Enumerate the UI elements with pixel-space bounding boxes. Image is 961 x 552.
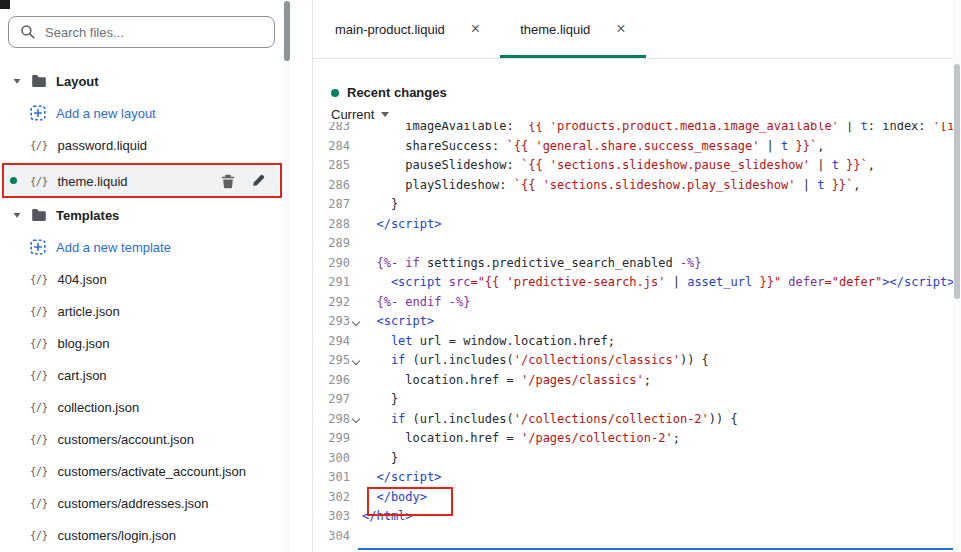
version-dropdown[interactable]: Current [331, 107, 389, 122]
code-line-286[interactable]: 286 playSlideshow: `{{ 'sections.slidesh… [313, 176, 953, 196]
editor-tabs: main-product.liquid×theme.liquid× [313, 0, 961, 59]
code-line-297[interactable]: 297 } [313, 390, 953, 410]
line-number: 297 [313, 390, 350, 410]
code-line-304[interactable]: 304 [313, 527, 953, 547]
folder-row-layout[interactable]: Layout [0, 65, 283, 97]
code-line-300[interactable]: 300 } [313, 449, 953, 469]
code-lines: 283 imageAvailable: `{{ 'products.produc… [313, 122, 953, 546]
file-name: customers/addresses.json [57, 496, 208, 511]
line-number: 286 [313, 176, 350, 196]
line-number: 300 [313, 449, 350, 469]
file-row-theme-liquid[interactable]: {/}theme.liquid [4, 165, 279, 197]
fold-spacer [350, 468, 362, 488]
editor-panel: main-product.liquid×theme.liquid× Recent… [312, 0, 961, 552]
caret-down-icon[interactable] [12, 210, 22, 220]
code-line-283[interactable]: 283 imageAvailable: `{{ 'products.produc… [313, 122, 953, 137]
folder-name: Templates [56, 208, 119, 223]
pencil-icon[interactable] [251, 174, 265, 188]
code-line-294[interactable]: 294 let url = window.location.href; [313, 332, 953, 352]
liquid-file-icon: {/} [30, 433, 47, 445]
add-file-icon [30, 105, 46, 121]
code-text: } [362, 390, 398, 410]
search-files-box[interactable] [8, 16, 275, 48]
code-text: <script src="{{ 'predictive-search.js' |… [362, 273, 953, 293]
code-line-296[interactable]: 296 location.href = '/pages/classics'; [313, 371, 953, 391]
file-row-customers-addresses-json[interactable]: {/}customers/addresses.json [0, 487, 283, 519]
editor-scrollbar[interactable] [953, 0, 961, 552]
line-number: 299 [313, 429, 350, 449]
code-line-293[interactable]: 293 <script> [313, 312, 953, 332]
code-text: </script> [362, 468, 441, 488]
file-row-customers-activate-account-json[interactable]: {/}customers/activate_account.json [0, 455, 283, 487]
file-row-customers-account-json[interactable]: {/}customers/account.json [0, 423, 283, 455]
code-line-288[interactable]: 288 </script> [313, 215, 953, 235]
fold-icon[interactable] [350, 351, 362, 371]
code-line-287[interactable]: 287 } [313, 195, 953, 215]
liquid-file-icon: {/} [30, 305, 47, 317]
tab-label: main-product.liquid [335, 22, 445, 37]
code-line-289[interactable]: 289 [313, 234, 953, 254]
fold-spacer [350, 332, 362, 352]
file-row-collection-json[interactable]: {/}collection.json [0, 391, 283, 423]
file-tree: LayoutAdd a new layout{/}password.liquid… [0, 65, 283, 551]
code-line-285[interactable]: 285 pauseSlideshow: `{{ 'sections.slides… [313, 156, 953, 176]
code-line-299[interactable]: 299 location.href = '/pages/collection-2… [313, 429, 953, 449]
file-sidebar: LayoutAdd a new layout{/}password.liquid… [0, 0, 291, 552]
file-name: cart.json [57, 368, 106, 383]
liquid-file-icon: {/} [30, 139, 47, 151]
line-number: 284 [313, 137, 350, 157]
sidebar-scrollbar-thumb[interactable] [284, 1, 290, 61]
code-line-290[interactable]: 290 {%- if settings.predictive_search_en… [313, 254, 953, 274]
tab-theme-liquid[interactable]: theme.liquid× [500, 0, 645, 58]
editor-scrollbar-thumb[interactable] [954, 64, 960, 299]
fold-spacer [350, 371, 362, 391]
liquid-file-icon: {/} [30, 465, 47, 477]
line-number: 288 [313, 215, 350, 235]
file-row-customers-login-json[interactable]: {/}customers/login.json [0, 519, 283, 551]
fold-icon[interactable] [350, 410, 362, 430]
code-line-302[interactable]: 302 </body> [313, 488, 953, 508]
close-icon[interactable]: × [616, 21, 625, 37]
line-number: 292 [313, 293, 350, 313]
code-line-298[interactable]: 298 if (url.includes('/collections/colle… [313, 410, 953, 430]
code-line-301[interactable]: 301 </script> [313, 468, 953, 488]
file-name: password.liquid [57, 138, 147, 153]
file-row-404-json[interactable]: {/}404.json [0, 263, 283, 295]
code-editor[interactable]: 283 imageAvailable: `{{ 'products.produc… [313, 122, 953, 552]
line-number: 294 [313, 332, 350, 352]
search-files-input[interactable] [45, 25, 263, 40]
code-text: <script> [362, 312, 434, 332]
file-row-password-liquid[interactable]: {/}password.liquid [0, 129, 283, 161]
fold-icon[interactable] [350, 312, 362, 332]
sidebar-scrollbar[interactable] [283, 0, 291, 552]
file-row-article-json[interactable]: {/}article.json [0, 295, 283, 327]
add-link-label: Add a new layout [56, 106, 156, 121]
window-corner-fragment [0, 0, 10, 9]
code-line-303[interactable]: 303</html> [313, 507, 953, 527]
recent-changes-header: Recent changes [331, 85, 447, 100]
caret-down-icon[interactable] [12, 76, 22, 86]
folder-icon [31, 74, 47, 88]
line-number: 289 [313, 234, 350, 254]
liquid-file-icon: {/} [30, 529, 47, 541]
code-line-292[interactable]: 292 {%- endif -%} [313, 293, 953, 313]
code-line-284[interactable]: 284 shareSuccess: `{{ 'general.share.suc… [313, 137, 953, 157]
file-row-cart-json[interactable]: {/}cart.json [0, 359, 283, 391]
folder-row-templates[interactable]: Templates [0, 199, 283, 231]
tab-main-product-liquid[interactable]: main-product.liquid× [315, 0, 500, 58]
file-row-blog-json[interactable]: {/}blog.json [0, 327, 283, 359]
code-line-295[interactable]: 295 if (url.includes('/collections/class… [313, 351, 953, 371]
fold-spacer [350, 156, 362, 176]
fold-spacer [350, 122, 362, 137]
close-icon[interactable]: × [471, 21, 480, 37]
code-text: playSlideshow: `{{ 'sections.slideshow.p… [362, 176, 861, 196]
line-number: 298 [313, 410, 350, 430]
add-new-file-link-layout[interactable]: Add a new layout [0, 97, 283, 129]
code-line-291[interactable]: 291 <script src="{{ 'predictive-search.j… [313, 273, 953, 293]
add-file-icon [30, 239, 46, 255]
file-actions [221, 174, 265, 189]
add-new-file-link-templates[interactable]: Add a new template [0, 231, 283, 263]
recent-changes-dot-icon [331, 89, 339, 97]
fold-spacer [350, 390, 362, 410]
trash-icon[interactable] [221, 174, 235, 189]
